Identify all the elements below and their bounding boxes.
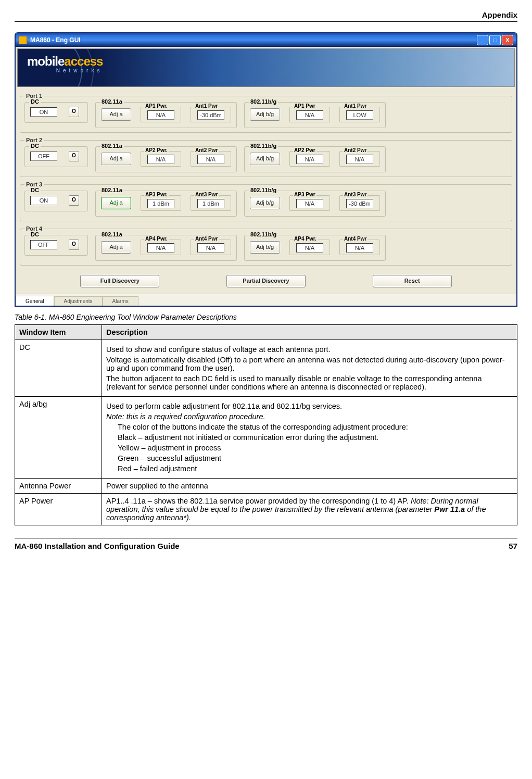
dc-group: DCONO [24, 191, 88, 211]
ant-a-value: -30 dBm [197, 110, 224, 120]
80211bg-group: 802.11b/gAdj b/gAP1 PwrN/AAnt1 PwrLOW [244, 102, 386, 128]
ap-bg-value: N/A [296, 243, 323, 253]
ap-a-value: N/A [147, 110, 174, 120]
adj-bg-button[interactable]: Adj b/g [250, 153, 280, 165]
80211bg-group: 802.11b/gAdj b/gAP4 Pwr.N/AAnt4 PwrN/A [244, 235, 386, 261]
titlebar: MA860 - Eng GUI _ □ X [16, 33, 516, 47]
ap-bg-value: N/A [296, 155, 323, 164]
description-table: Window Item Description DC Used to show … [15, 324, 517, 525]
dc-toggle-button[interactable]: O [69, 240, 79, 250]
maximize-button[interactable]: □ [489, 35, 501, 45]
adj-a-button[interactable]: Adj a [101, 108, 131, 121]
app-window: MA860 - Eng GUI _ □ X mobileaccess Netwo… [15, 32, 517, 307]
port-4-fieldset: Port 4DCOFFO802.11aAdj aAP4 Pwr.N/AAnt4 … [20, 225, 512, 266]
ap-bg-value: N/A [296, 110, 323, 120]
dc-value: ON [30, 107, 57, 117]
ant-a-value: N/A [197, 155, 224, 164]
ant-bg-value: LOW [346, 110, 373, 120]
adj-a-button[interactable]: Adj a [101, 241, 131, 254]
port-1-fieldset: Port 1DCONO802.11aAdj aAP1 Pwr.N/AAnt1 P… [20, 93, 512, 133]
footer-right: 57 [509, 542, 517, 550]
80211a-group: 802.11aAdj aAP3 Pwr.1 dBmAnt3 Pwr1 dBm [95, 191, 237, 217]
window-title: MA860 - Eng GUI [30, 36, 81, 44]
banner: mobileaccess Networks [17, 48, 515, 87]
table-caption: Table 6-1. MA-860 Engineering Tool Windo… [15, 313, 517, 321]
reset-button[interactable]: Reset [373, 275, 452, 287]
tab-adjustments[interactable]: Adjustments [54, 296, 103, 306]
full-discovery-button[interactable]: Full Discovery [80, 275, 159, 287]
th-desc: Description [102, 325, 517, 340]
ant-bg-value: -30 dBm [346, 199, 373, 208]
ap-a-value: 1 dBm [147, 199, 174, 208]
80211a-group: 802.11aAdj aAP1 Pwr.N/AAnt1 Pwr-30 dBm [95, 102, 237, 128]
dc-toggle-button[interactable]: O [69, 151, 79, 161]
partial-discovery-button[interactable]: Partial Discovery [226, 275, 306, 287]
th-item: Window Item [15, 325, 102, 340]
dc-value: OFF [30, 240, 57, 249]
dc-toggle-button[interactable]: O [69, 195, 79, 206]
port-2-fieldset: Port 2DCOFFO802.11aAdj aAP2 Pwr.N/AAnt2 … [20, 137, 512, 177]
80211a-group: 802.11aAdj aAP2 Pwr.N/AAnt2 PwrN/A [95, 146, 237, 172]
table-row: DC Used to show and configure status of … [15, 340, 517, 397]
dc-group: DCONO [24, 102, 88, 123]
ant-bg-value: N/A [346, 155, 373, 164]
app-icon [19, 36, 27, 44]
table-row: Adj a/bg Used to perform cable adjustmen… [15, 397, 517, 479]
port-3-fieldset: Port 3DCONO802.11aAdj aAP3 Pwr.1 dBmAnt3… [20, 181, 512, 221]
dc-toggle-button[interactable]: O [69, 107, 79, 117]
ant-bg-value: N/A [346, 243, 373, 253]
footer-left: MA-860 Installation and Configuration Gu… [15, 542, 180, 550]
table-row: Antenna Power Power supplied to the ante… [15, 479, 517, 494]
adj-a-button[interactable]: Adj a [101, 197, 131, 209]
adj-bg-button[interactable]: Adj b/g [250, 241, 280, 254]
dc-group: DCOFFO [24, 235, 88, 256]
ap-a-value: N/A [147, 243, 174, 253]
dc-value: OFF [30, 152, 57, 161]
dc-group: DCOFFO [24, 146, 88, 167]
dc-value: ON [30, 196, 57, 205]
80211bg-group: 802.11b/gAdj b/gAP2 PwrN/AAnt2 PwrN/A [244, 146, 386, 172]
ant-a-value: N/A [197, 243, 224, 253]
80211a-group: 802.11aAdj aAP4 Pwr.N/AAnt4 PwrN/A [95, 235, 237, 261]
table-row: AP Power AP1..4 .11a – shows the 802.11a… [15, 494, 517, 525]
minimize-button[interactable]: _ [477, 35, 488, 45]
close-button[interactable]: X [502, 35, 513, 45]
page-footer: MA-860 Installation and Configuration Gu… [15, 538, 517, 550]
adj-bg-button[interactable]: Adj b/g [250, 197, 280, 209]
tabs-bar: General Adjustments Alarms [16, 294, 516, 306]
80211bg-group: 802.11b/gAdj b/gAP3 PwrN/AAnt3 Pwr-30 dB… [244, 191, 386, 217]
tab-alarms[interactable]: Alarms [103, 296, 138, 306]
adj-bg-button[interactable]: Adj b/g [250, 108, 280, 121]
page-header: Appendix [15, 10, 517, 22]
ap-bg-value: N/A [296, 199, 323, 208]
ap-a-value: N/A [147, 155, 174, 164]
adj-a-button[interactable]: Adj a [101, 153, 131, 165]
tab-general[interactable]: General [16, 296, 54, 306]
ant-a-value: 1 dBm [197, 199, 224, 208]
